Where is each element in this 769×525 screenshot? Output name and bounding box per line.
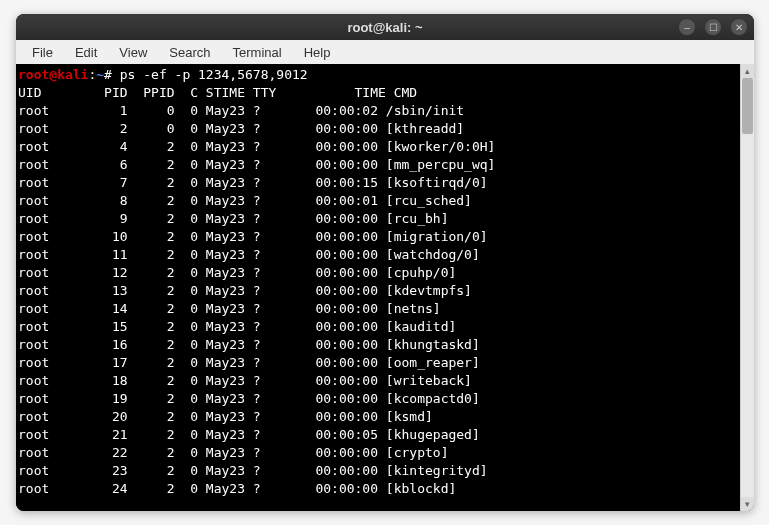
terminal-output[interactable]: root@kali:~# ps -ef -p 1234,5678,9012 UI… [16,64,740,511]
maximize-button[interactable]: ☐ [704,18,722,36]
menu-help[interactable]: Help [294,43,341,62]
ps-header: UID PID PPID C STIME TTY TIME CMD [18,85,417,100]
menu-edit[interactable]: Edit [65,43,107,62]
ps-row: root 20 2 0 May23 ? 00:00:00 [ksmd] [18,409,433,424]
ps-row: root 24 2 0 May23 ? 00:00:00 [kblockd] [18,481,456,496]
menu-view[interactable]: View [109,43,157,62]
menu-search[interactable]: Search [159,43,220,62]
ps-row: root 7 2 0 May23 ? 00:00:15 [ksoftirqd/0… [18,175,488,190]
ps-row: root 22 2 0 May23 ? 00:00:00 [crypto] [18,445,448,460]
close-button[interactable]: ✕ [730,18,748,36]
ps-row: root 12 2 0 May23 ? 00:00:00 [cpuhp/0] [18,265,456,280]
command-text: ps -ef -p 1234,5678,9012 [120,67,308,82]
prompt-user-host: root@kali [18,67,88,82]
ps-row: root 19 2 0 May23 ? 00:00:00 [kcompactd0… [18,391,480,406]
menu-file[interactable]: File [22,43,63,62]
scroll-up-arrow[interactable]: ▴ [741,64,754,78]
ps-row: root 15 2 0 May23 ? 00:00:00 [kauditd] [18,319,456,334]
menu-terminal[interactable]: Terminal [223,43,292,62]
ps-row: root 17 2 0 May23 ? 00:00:00 [oom_reaper… [18,355,480,370]
window-buttons: – ☐ ✕ [678,18,748,36]
ps-row: root 21 2 0 May23 ? 00:00:05 [khugepaged… [18,427,480,442]
ps-row: root 4 2 0 May23 ? 00:00:00 [kworker/0:0… [18,139,495,154]
scroll-down-arrow[interactable]: ▾ [741,497,754,511]
ps-row: root 14 2 0 May23 ? 00:00:00 [netns] [18,301,441,316]
minimize-button[interactable]: – [678,18,696,36]
menubar: File Edit View Search Terminal Help [16,40,754,64]
scrollbar: ▴ ▾ [740,64,754,511]
ps-row: root 18 2 0 May23 ? 00:00:00 [writeback] [18,373,472,388]
ps-row: root 16 2 0 May23 ? 00:00:00 [khungtaskd… [18,337,480,352]
ps-row: root 10 2 0 May23 ? 00:00:00 [migration/… [18,229,488,244]
terminal-container: root@kali:~# ps -ef -p 1234,5678,9012 UI… [16,64,754,511]
prompt-path: ~ [96,67,104,82]
ps-row: root 2 0 0 May23 ? 00:00:00 [kthreadd] [18,121,464,136]
ps-row: root 8 2 0 May23 ? 00:00:01 [rcu_sched] [18,193,472,208]
window-title: root@kali: ~ [347,20,422,35]
window-titlebar: root@kali: ~ – ☐ ✕ [16,14,754,40]
ps-row: root 1 0 0 May23 ? 00:00:02 /sbin/init [18,103,464,118]
terminal-window: root@kali: ~ – ☐ ✕ File Edit View Search… [16,14,754,511]
ps-row: root 13 2 0 May23 ? 00:00:00 [kdevtmpfs] [18,283,472,298]
ps-row: root 23 2 0 May23 ? 00:00:00 [kintegrity… [18,463,488,478]
ps-row: root 9 2 0 May23 ? 00:00:00 [rcu_bh] [18,211,448,226]
scroll-thumb[interactable] [742,78,753,134]
ps-row: root 11 2 0 May23 ? 00:00:00 [watchdog/0… [18,247,480,262]
ps-row: root 6 2 0 May23 ? 00:00:00 [mm_percpu_w… [18,157,495,172]
prompt-hash: # [104,67,120,82]
